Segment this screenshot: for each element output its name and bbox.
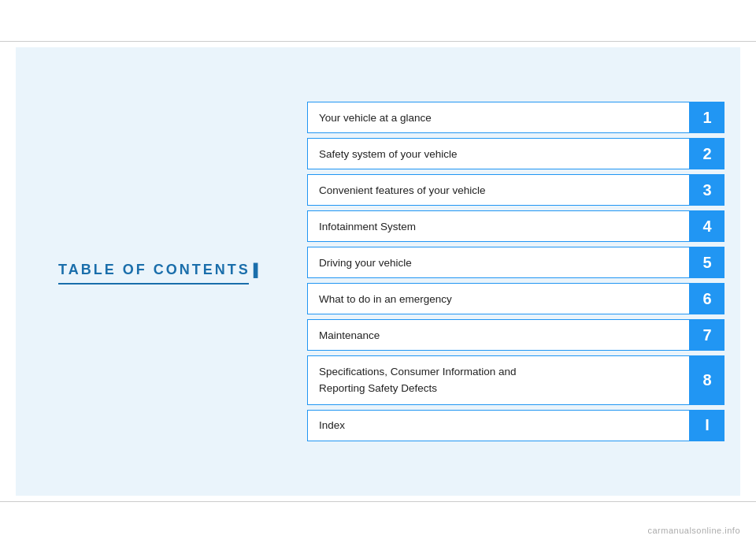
toc-row[interactable]: Your vehicle at a glance1: [307, 102, 724, 133]
bottom-divider: [0, 501, 756, 502]
toc-item-number: I: [690, 410, 724, 441]
toc-title: TABLE OF CONTENTS: [58, 262, 265, 281]
watermark: carmanualsonline.info: [647, 526, 740, 535]
toc-item-number: 6: [690, 283, 724, 314]
toc-item-number: 5: [690, 247, 724, 278]
toc-item-number: 1: [690, 102, 724, 133]
toc-item-number: 8: [690, 355, 724, 405]
toc-item-label: What to do in an emergency: [307, 283, 690, 314]
toc-item-label: Index: [307, 410, 690, 441]
toc-item-label: Convenient features of your vehicle: [307, 174, 690, 206]
toc-row[interactable]: Safety system of your vehicle2: [307, 138, 724, 169]
top-divider: [0, 41, 756, 42]
toc-row[interactable]: Driving your vehicle5: [307, 247, 724, 278]
toc-row[interactable]: Specifications, Consumer Information and…: [307, 355, 724, 405]
toc-row[interactable]: Convenient features of your vehicle3: [307, 174, 724, 206]
toc-item-label: Maintenance: [307, 319, 690, 351]
toc-item-number: 7: [690, 319, 724, 351]
toc-item-label: Driving your vehicle: [307, 247, 690, 278]
toc-row[interactable]: What to do in an emergency6: [307, 283, 724, 314]
toc-item-label: Your vehicle at a glance: [307, 102, 690, 133]
main-container: TABLE OF CONTENTS Your vehicle at a glan…: [16, 47, 740, 496]
toc-item-label: Specifications, Consumer Information and…: [307, 355, 690, 405]
toc-row[interactable]: IndexI: [307, 410, 724, 441]
left-panel: TABLE OF CONTENTS: [16, 47, 307, 496]
toc-row[interactable]: Maintenance7: [307, 319, 724, 351]
toc-item-number: 2: [690, 138, 724, 169]
toc-row[interactable]: Infotainment System4: [307, 210, 724, 242]
toc-list: Your vehicle at a glance1Safety system o…: [307, 47, 740, 496]
toc-item-number: 3: [690, 174, 724, 206]
toc-item-number: 4: [690, 210, 724, 242]
toc-item-label: Infotainment System: [307, 210, 690, 242]
toc-item-label: Safety system of your vehicle: [307, 138, 690, 169]
